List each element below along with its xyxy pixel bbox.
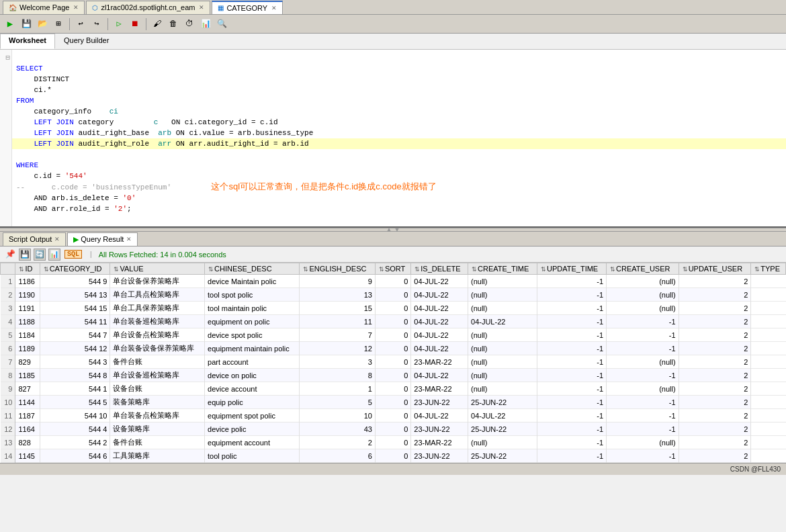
table-row[interactable]: 21190544 13单台工具点检策略库tool spot polic13004… [1, 288, 786, 302]
undo-btn[interactable]: ↩ [73, 17, 88, 32]
status-bar: CSDN @FLL430 [0, 463, 786, 475]
th-sort[interactable]: ⇅SORT [375, 263, 410, 275]
table-row[interactable]: 141145544 6工具策略库tool polic6023-JUN-2225-… [1, 449, 786, 463]
table-row[interactable]: 13828544 2备件台账equipment account2023-MAR-… [1, 436, 786, 449]
table-row[interactable]: 31191544 15单台工具保养策略库tool maintain polic1… [1, 302, 786, 315]
th-id[interactable]: ⇅ID [15, 263, 40, 275]
explain-btn[interactable]: 📊 [198, 17, 213, 32]
format-btn[interactable]: 🖌 [150, 17, 165, 32]
sep2 [107, 18, 108, 30]
save-btn[interactable]: 💾 [19, 17, 34, 32]
stop-btn[interactable]: ⏹ [128, 17, 142, 32]
tab-script-output[interactable]: Script Output ✕ [3, 232, 66, 246]
tab-close-welcome[interactable]: ✕ [73, 4, 79, 11]
db-icon: ⬡ [92, 4, 98, 11]
th-update-time[interactable]: ⇅UPDATE_TIME [537, 263, 607, 275]
tab-close-category[interactable]: ✕ [271, 5, 277, 11]
home-icon: 🏠 [9, 4, 17, 11]
result-toolbar: 📌 💾 🔄 📊 SQL | All Rows Fetched: 14 in 0.… [0, 247, 786, 263]
toolbar: ▶ 💾 📂 ⊞ ↩ ↪ ▷ ⏹ 🖌 🗑 ⏱ 📊 🔍 [0, 15, 786, 34]
export-btn[interactable]: 💾 [19, 249, 31, 261]
sql-badge: SQL [64, 250, 82, 259]
tab-bar: 🏠 Welcome Page ✕ ⬡ zl1rac002d.spotlight.… [0, 0, 786, 15]
split-btn[interactable]: ⊞ [51, 17, 66, 32]
table-row[interactable]: 9827544 1设备台账device account1023-MAR-22(n… [1, 382, 786, 396]
th-english-desc[interactable]: ⇅ENGLISH_DESC [300, 263, 375, 275]
open-btn[interactable]: 📂 [35, 17, 50, 32]
th-rownum [1, 263, 15, 275]
th-is-delete[interactable]: ⇅IS_DELETE [411, 263, 468, 275]
table-row[interactable]: 81185544 8单台设备巡检策略库device on polic8004-J… [1, 369, 786, 382]
chart-btn[interactable]: 📊 [48, 249, 60, 261]
tab-welcome[interactable]: 🏠 Welcome Page ✕ [3, 1, 85, 14]
table-row[interactable]: 61189544 12单台装备设备保养策略库equipment maintain… [1, 342, 786, 355]
table-row[interactable]: 51184544 7单台设备点检策略库device spot polic7004… [1, 328, 786, 342]
pin-btn[interactable]: 📌 [4, 249, 16, 261]
sep1 [69, 18, 70, 30]
tab-query-result[interactable]: ▶ Query Result ✕ [67, 232, 138, 246]
run-script-btn[interactable]: ▷ [112, 17, 126, 32]
th-update-user[interactable]: ⇅UPDATE_USER [679, 263, 751, 275]
th-chinese-desc[interactable]: ⇅CHINESE_DESC [205, 263, 300, 275]
tab-query-builder[interactable]: Query Builder [55, 34, 118, 49]
table-row[interactable]: 7829544 3备件台账part account3023-MAR-22(nul… [1, 355, 786, 369]
th-value[interactable]: ⇅VALUE [110, 263, 205, 275]
th-create-time[interactable]: ⇅CREATE_TIME [468, 263, 537, 275]
redo-btn[interactable]: ↪ [89, 17, 104, 32]
clear-btn[interactable]: 🗑 [166, 17, 181, 32]
tab-worksheet[interactable]: Worksheet [0, 34, 55, 49]
th-category-id[interactable]: ⇅CATEGORY_ID [40, 263, 110, 275]
tab-close-connection[interactable]: ✕ [199, 4, 204, 11]
table-row[interactable]: 101144544 5装备策略库equip polic5023-JUN-2225… [1, 396, 786, 409]
sql-code[interactable]: SELECT DISTINCT ci.* FROM category_info … [12, 50, 786, 226]
result-status: All Rows Fetched: 14 in 0.004 seconds [99, 251, 226, 259]
table-row[interactable]: 121164544 4设备策略库device polic43023-JUN-22… [1, 423, 786, 436]
line-numbers: ⊟ [0, 50, 12, 226]
close-query-result[interactable]: ✕ [126, 236, 132, 242]
table-row[interactable]: 11186544 9单台设备保养策略库device Maintain polic… [1, 275, 786, 288]
run-btn[interactable]: ▶ [3, 17, 17, 32]
tab-category[interactable]: ▦ CATEGORY ✕ [212, 1, 283, 14]
bottom-panel: Script Output ✕ ▶ Query Result ✕ 📌 💾 🔄 📊… [0, 232, 786, 463]
table-row[interactable]: 111187544 10单台装备点检策略库equipment spot poli… [1, 409, 786, 423]
th-type[interactable]: ⇅TYPE [751, 263, 786, 275]
nav-tabs: Worksheet Query Builder [0, 34, 786, 50]
sql-editor[interactable]: ⊟ SELECT DISTINCT ci.* FROM category_inf… [0, 50, 786, 228]
data-table: ⇅ID ⇅CATEGORY_ID ⇅VALUE ⇅CHINESE_DESC ⇅E… [0, 263, 786, 463]
sep3 [146, 18, 146, 30]
status-text: CSDN @FLL430 [730, 466, 781, 473]
run-icon: ▶ [73, 235, 79, 244]
close-script-output[interactable]: ✕ [54, 236, 60, 242]
th-create-user[interactable]: ⇅CREATE_USER [607, 263, 679, 275]
table-body: 11186544 9单台设备保养策略库device Maintain polic… [1, 275, 786, 463]
result-table[interactable]: ⇅ID ⇅CATEGORY_ID ⇅VALUE ⇅CHINESE_DESC ⇅E… [0, 263, 786, 463]
table-header-row: ⇅ID ⇅CATEGORY_ID ⇅VALUE ⇅CHINESE_DESC ⇅E… [1, 263, 786, 275]
refresh-btn[interactable]: 🔄 [34, 249, 46, 261]
table-row[interactable]: 41188544 11单台装备巡检策略库equipment on polic11… [1, 315, 786, 328]
result-tab-bar: Script Output ✕ ▶ Query Result ✕ [0, 232, 786, 247]
history-btn[interactable]: ⏱ [182, 17, 197, 32]
tab-connection[interactable]: ⬡ zl1rac002d.spotlight.cn_eam ✕ [86, 1, 210, 14]
autotrace-btn[interactable]: 🔍 [214, 17, 229, 32]
pipe-sep: | [89, 251, 93, 259]
grid-icon: ▦ [218, 4, 224, 11]
